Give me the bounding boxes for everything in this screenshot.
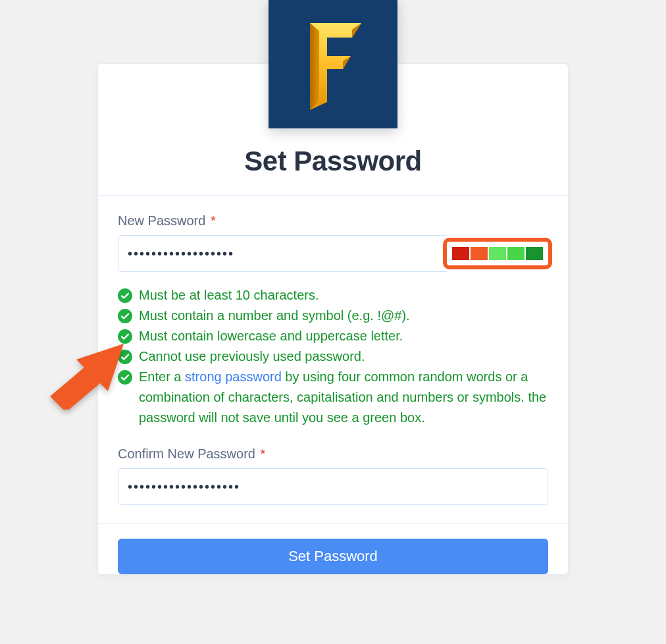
confirm-password-input[interactable]	[118, 468, 548, 505]
strength-seg-3	[489, 247, 506, 260]
password-requirements: Must be at least 10 characters.Must cont…	[118, 285, 548, 428]
requirement-text: Must contain lowercase and uppercase let…	[139, 326, 548, 346]
svg-point-3	[118, 350, 132, 364]
password-form: New Password * Must be at least 10 chara…	[98, 196, 568, 523]
requirement-item: Must be at least 10 characters.	[118, 285, 548, 306]
password-strength-meter	[443, 238, 552, 269]
requirement-text: Cannot use previously used password.	[139, 346, 548, 367]
brand-logo	[269, 0, 397, 128]
check-circle-icon	[118, 370, 132, 385]
requirement-text: Must contain a number and symbol (e.g. !…	[139, 306, 548, 326]
submit-button[interactable]: Set Password	[118, 539, 548, 574]
new-password-label: New Password *	[118, 213, 548, 228]
requirement-item: Cannot use previously used password.	[118, 346, 548, 367]
check-circle-icon	[118, 309, 132, 323]
required-marker: *	[211, 213, 216, 228]
set-password-card: Set Password New Password * Must be at l…	[97, 63, 569, 575]
svg-point-4	[118, 370, 132, 385]
requirement-item: Must contain a number and symbol (e.g. !…	[118, 306, 548, 326]
page-title: Set Password	[98, 146, 568, 177]
check-circle-icon	[118, 329, 132, 344]
strength-seg-2	[471, 247, 488, 260]
strength-seg-5	[526, 247, 543, 260]
check-circle-icon	[118, 288, 132, 303]
svg-point-1	[118, 309, 132, 323]
confirm-password-label: Confirm New Password *	[118, 446, 548, 462]
requirement-text: Enter a strong password by using four co…	[139, 367, 548, 428]
strength-seg-4	[507, 247, 525, 260]
strength-seg-1	[452, 247, 469, 260]
strong-password-link[interactable]: strong password	[185, 369, 282, 384]
svg-point-0	[118, 288, 132, 303]
required-marker: *	[261, 446, 266, 461]
check-circle-icon	[118, 350, 132, 364]
requirement-item: Enter a strong password by using four co…	[118, 367, 548, 428]
new-password-wrap	[118, 235, 548, 272]
form-footer: Set Password	[98, 523, 568, 574]
svg-point-2	[118, 329, 132, 344]
requirement-text: Must be at least 10 characters.	[139, 285, 548, 306]
requirement-item: Must contain lowercase and uppercase let…	[118, 326, 548, 346]
